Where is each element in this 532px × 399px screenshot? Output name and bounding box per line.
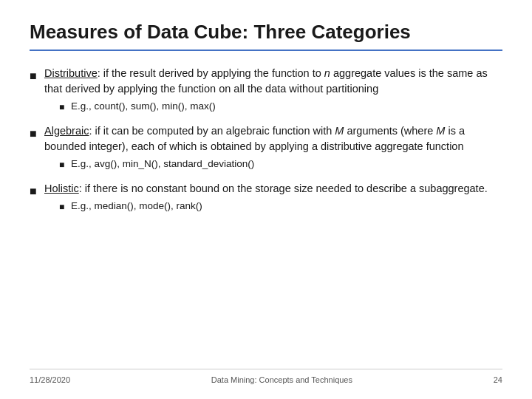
sub-dot-3: ■ [59, 202, 65, 212]
footer-page: 24 [494, 375, 502, 384]
bullet-holistic-text: Holistic: if there is no constant bound … [44, 183, 488, 194]
sub-bullet-2: ■ E.g., avg(), min_N(), standard_deviati… [59, 157, 502, 171]
sub-text-algebraic: E.g., avg(), min_N(), standard_deviation… [71, 157, 254, 171]
algebraic-m1: M [335, 125, 344, 137]
bullet-dot-1: ■ [30, 69, 37, 83]
algebraic-m2: M [436, 125, 445, 137]
slide: Measures of Data Cube: Three Categories … [0, 0, 532, 399]
footer-date: 11/28/2020 [30, 375, 70, 384]
algebraic-subbullets: ■ E.g., avg(), min_N(), standard_deviati… [59, 157, 502, 171]
bullet-algebraic-text: Algebraic: if it can be computed by an a… [44, 125, 465, 152]
distributive-subbullets: ■ E.g., count(), sum(), min(), max() [59, 100, 502, 114]
algebraic-label: Algebraic [44, 125, 89, 137]
slide-title: Measures of Data Cube: Three Categories [30, 21, 502, 51]
sub-dot-1: ■ [59, 102, 65, 112]
slide-footer: 11/28/2020 Data Mining: Concepts and Tec… [30, 369, 502, 384]
sub-text-holistic: E.g., median(), mode(), rank() [71, 200, 202, 214]
footer-title: Data Mining: Concepts and Techniques [211, 375, 352, 384]
sub-bullet-3: ■ E.g., median(), mode(), rank() [59, 200, 488, 214]
distributive-n: n [324, 67, 330, 79]
bullet-distributive-text: Distributive: if the result derived by a… [44, 67, 488, 95]
bullet-distributive: ■ Distributive: if the result derived by… [30, 66, 502, 116]
sub-bullet-1: ■ E.g., count(), sum(), min(), max() [59, 100, 502, 114]
sub-text-distributive: E.g., count(), sum(), min(), max() [71, 100, 216, 114]
bullet-holistic: ■ Holistic: if there is no constant boun… [30, 181, 502, 216]
distributive-label: Distributive [44, 67, 98, 79]
bullet-dot-3: ■ [30, 185, 37, 198]
bullet-algebraic: ■ Algebraic: if it can be computed by an… [30, 123, 502, 174]
sub-dot-2: ■ [59, 160, 65, 170]
bullet-dot-2: ■ [30, 127, 37, 140]
content-area: ■ Distributive: if the result derived by… [30, 57, 502, 369]
holistic-label: Holistic [44, 183, 79, 194]
holistic-subbullets: ■ E.g., median(), mode(), rank() [59, 200, 488, 214]
